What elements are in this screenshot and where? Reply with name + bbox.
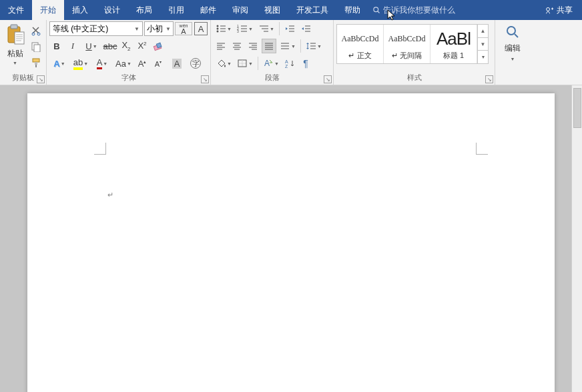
underline-icon: U [85, 41, 91, 51]
gallery-more-button[interactable]: ▾ [478, 51, 488, 63]
clipboard-dialog-launcher[interactable]: ↘ [37, 75, 45, 83]
tab-help[interactable]: 帮助 [336, 0, 368, 20]
tab-design[interactable]: 设计 [96, 0, 128, 20]
tab-home[interactable]: 开始 [32, 0, 64, 20]
copy-icon [31, 41, 41, 52]
clear-formatting-button[interactable] [151, 39, 166, 53]
font-color-button[interactable]: A▼ [92, 56, 112, 71]
tab-references[interactable]: 引用 [160, 0, 192, 20]
svg-point-71 [507, 27, 515, 35]
tab-file[interactable]: 文件 [0, 0, 32, 20]
document-canvas[interactable]: ↵ [0, 85, 582, 392]
italic-button[interactable]: I [65, 39, 80, 53]
svg-rect-20 [156, 43, 162, 48]
character-border-icon: A [194, 22, 208, 35]
show-marks-button[interactable]: ¶ [298, 56, 313, 71]
paint-bucket-icon [216, 58, 226, 69]
style-heading-1[interactable]: AaBl 标题 1 [430, 25, 477, 63]
align-distributed-icon [280, 41, 290, 51]
align-right-button[interactable] [246, 39, 260, 53]
margin-corner-top-left [94, 143, 106, 155]
strikethrough-icon: abc [103, 41, 117, 51]
tab-developer[interactable]: 开发工具 [288, 0, 336, 20]
pilcrow-icon: ¶ [303, 58, 308, 69]
asian-layout-button[interactable]: A▼ [261, 56, 281, 71]
svg-rect-16 [33, 59, 39, 62]
gallery-up-button[interactable]: ▲ [478, 25, 488, 38]
style-no-spacing[interactable]: AaBbCcDd ↵ 无间隔 [384, 25, 430, 63]
svg-line-72 [515, 34, 518, 37]
sort-button[interactable]: AZ [282, 56, 297, 71]
borders-button[interactable]: ▼ [235, 56, 255, 71]
decrease-indent-button[interactable] [282, 21, 297, 36]
character-border-button[interactable]: A [194, 21, 208, 36]
sort-icon: AZ [284, 59, 295, 68]
svg-point-25 [217, 31, 219, 33]
copy-button[interactable] [29, 40, 43, 53]
line-spacing-button[interactable]: ▼ [304, 39, 324, 53]
document-area: ↵ [0, 85, 582, 392]
gallery-down-button[interactable]: ▼ [478, 38, 488, 51]
tab-review[interactable]: 审阅 [224, 0, 256, 20]
tab-insert[interactable]: 插入 [64, 0, 96, 20]
style-normal[interactable]: AaBbCcDd ↵ 正文 [337, 25, 384, 63]
style-name: ↵ 正文 [348, 51, 371, 61]
share-button[interactable]: 共享 [536, 0, 582, 20]
enclose-characters-icon: 字 [190, 58, 201, 69]
bullets-button[interactable]: ▼ [214, 21, 234, 36]
svg-point-2 [547, 7, 550, 11]
font-color-icon: A [97, 57, 103, 69]
share-icon [545, 6, 554, 15]
group-font-label: 字体 [49, 73, 208, 85]
editing-button[interactable]: 编辑 ▼ [498, 24, 527, 61]
cut-button[interactable] [29, 24, 43, 37]
align-center-icon [232, 41, 242, 51]
align-center-button[interactable] [230, 39, 244, 53]
bold-icon: B [53, 41, 59, 51]
paste-button[interactable]: 粘贴 ▼ [3, 24, 27, 65]
multilevel-list-button[interactable]: ▼ [256, 21, 276, 36]
superscript-button[interactable]: X2 [135, 39, 150, 53]
font-name-combo[interactable]: 等线 (中文正文) ▼ [49, 21, 143, 36]
shrink-font-button[interactable]: A▾ [151, 56, 166, 71]
style-name: ↵ 无间隔 [392, 51, 422, 61]
tab-mailings[interactable]: 邮件 [192, 0, 224, 20]
highlight-button[interactable]: ab▼ [71, 56, 91, 71]
style-preview: AaBbCcDd [342, 28, 379, 51]
text-effects-button[interactable]: A▼ [49, 56, 69, 71]
grow-font-button[interactable]: A▴ [135, 56, 150, 71]
tab-layout[interactable]: 布局 [128, 0, 160, 20]
font-size-combo[interactable]: 小初 ▼ [144, 21, 174, 36]
paragraph-dialog-launcher[interactable]: ↘ [324, 75, 332, 83]
group-styles: AaBbCcDd ↵ 正文 AaBbCcDd ↵ 无间隔 AaBl 标题 1 ▲… [334, 20, 495, 85]
group-paragraph-label: 段落 [214, 73, 330, 85]
phonetic-guide-button[interactable]: wén A [175, 21, 192, 36]
format-painter-button[interactable] [29, 56, 43, 69]
font-dialog-launcher[interactable]: ↘ [201, 75, 209, 83]
character-shading-button[interactable]: A [167, 56, 187, 71]
change-case-button[interactable]: Aa▼ [113, 56, 133, 71]
tell-me-placeholder: 告诉我你想要做什么 [383, 5, 455, 16]
asian-layout-icon: A [263, 58, 274, 69]
numbering-button[interactable]: 123▼ [235, 21, 255, 36]
tell-me-search[interactable]: 告诉我你想要做什么 [372, 0, 455, 20]
enclose-characters-button[interactable]: 字 [188, 56, 203, 71]
editing-label: 编辑 [505, 43, 521, 54]
subscript-button[interactable]: X2 [119, 39, 133, 53]
style-preview: AaBbCcDd [388, 28, 426, 51]
bold-button[interactable]: B [49, 39, 64, 53]
shading-button[interactable]: ▼ [214, 56, 234, 71]
vertical-scrollbar[interactable] [571, 85, 582, 392]
align-left-button[interactable] [214, 39, 228, 53]
styles-dialog-launcher[interactable]: ↘ [485, 75, 493, 83]
chevron-down-icon: ▼ [13, 61, 17, 65]
title-bar: 文件 开始 插入 设计 布局 引用 邮件 审阅 视图 开发工具 帮助 告诉我你想… [0, 0, 582, 20]
page[interactable]: ↵ [27, 93, 555, 392]
increase-indent-button[interactable] [298, 21, 313, 36]
underline-button[interactable]: U▼ [81, 39, 101, 53]
tab-view[interactable]: 视图 [256, 0, 288, 20]
align-justify-button[interactable] [262, 39, 276, 53]
scrollbar-thumb[interactable] [573, 88, 581, 128]
strikethrough-button[interactable]: abc [103, 39, 117, 53]
align-distributed-button[interactable]: ▼ [278, 39, 298, 53]
